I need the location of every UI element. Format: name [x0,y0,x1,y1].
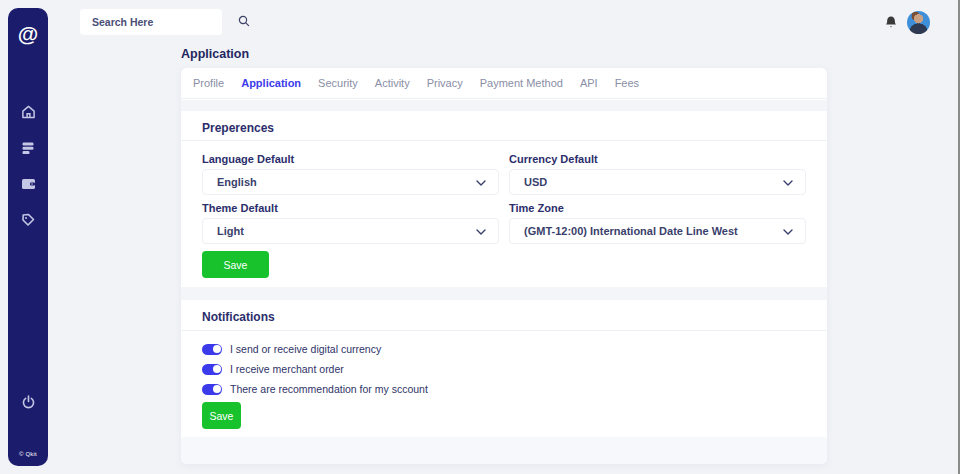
chevron-down-icon [476,176,486,188]
toggle-knob [213,365,221,373]
layers-icon [21,141,35,155]
tab-profile[interactable]: Profile [193,77,224,89]
notifications-button[interactable] [884,15,898,30]
tab-security[interactable]: Security [318,77,358,89]
tab-fees[interactable]: Fees [615,77,639,89]
wallet-icon [21,177,36,190]
settings-tabs: Profile Application Security Activity Pr… [181,68,827,99]
bell-icon [884,16,898,33]
theme-default-value: Light [217,225,244,237]
chevron-down-icon [783,225,793,237]
sidebar-item-wallet[interactable] [20,176,36,191]
user-avatar[interactable] [907,11,930,34]
merchant-order-toggle-label: I receive merchant order [230,363,344,375]
language-default-value: English [217,176,257,188]
search-icon [238,13,250,31]
section-gap [181,100,827,111]
search-button[interactable] [237,13,250,31]
app-logo[interactable]: @ [8,22,48,46]
toggle-knob [213,345,221,353]
power-icon [21,395,36,414]
notification-row: I send or receive digital currency [202,343,381,355]
recommendation-toggle[interactable] [202,384,222,395]
divider [181,330,827,331]
sidebar: @ © Qkit [8,8,48,466]
tab-privacy[interactable]: Privacy [427,77,463,89]
chevron-down-icon [783,176,793,188]
sidebar-item-home[interactable] [20,104,36,119]
notification-row: There are recommendation for my sccount [202,383,428,395]
tab-application[interactable]: Application [241,77,301,89]
digital-currency-toggle-label: I send or receive digital currency [230,343,381,355]
settings-card: Profile Application Security Activity Pr… [181,68,827,464]
toggle-knob [213,385,221,393]
time-zone-select[interactable]: (GMT-12:00) International Date Line West [509,218,806,244]
theme-default-select[interactable]: Light [202,218,499,244]
sidebar-item-statements[interactable] [20,140,36,155]
tab-api[interactable]: API [580,77,598,89]
time-zone-value: (GMT-12:00) International Date Line West [524,225,738,237]
time-zone-label: Time Zone [509,202,564,214]
notifications-save-button[interactable]: Save [202,402,241,429]
digital-currency-toggle[interactable] [202,344,222,355]
tab-activity[interactable]: Activity [375,77,410,89]
search-box [80,9,222,35]
currency-default-label: Currency Default [509,153,598,165]
theme-default-label: Theme Default [202,202,278,214]
sidebar-item-pricing[interactable] [20,212,36,227]
merchant-order-toggle[interactable] [202,364,222,375]
copyright-text: © Qkit [8,451,48,457]
home-icon [21,105,36,119]
search-input[interactable] [80,16,237,28]
language-default-select[interactable]: English [202,169,499,195]
notification-row: I receive merchant order [202,363,344,375]
preferences-heading: Preperences [202,121,274,135]
recommendation-toggle-label: There are recommendation for my sccount [230,383,428,395]
language-default-label: Language Default [202,153,294,165]
chevron-down-icon [476,225,486,237]
currency-default-value: USD [524,176,547,188]
tag-icon [21,213,35,227]
currency-default-select[interactable]: USD [509,169,806,195]
sidebar-nav [8,104,48,227]
notifications-heading: Notifications [202,310,275,324]
tab-payment-method[interactable]: Payment Method [480,77,563,89]
section-gap [181,287,827,300]
preferences-save-button[interactable]: Save [202,251,269,278]
divider [181,140,827,141]
card-footer [181,437,827,464]
sidebar-logout[interactable] [8,395,48,414]
page-title: Application [181,47,249,61]
